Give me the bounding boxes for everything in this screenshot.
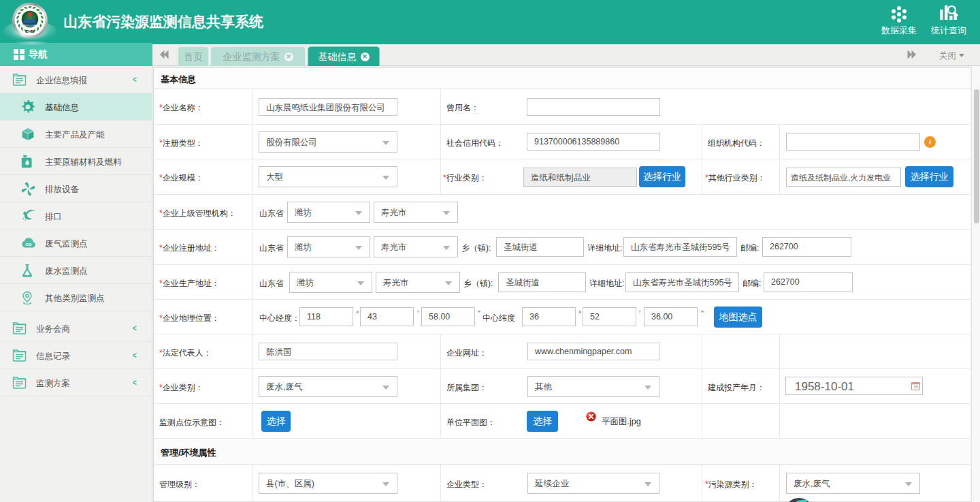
svg-text:ZHB: ZHB bbox=[26, 29, 35, 33]
svg-text:15: 15 bbox=[913, 385, 918, 389]
svg-text:co: co bbox=[26, 241, 32, 247]
